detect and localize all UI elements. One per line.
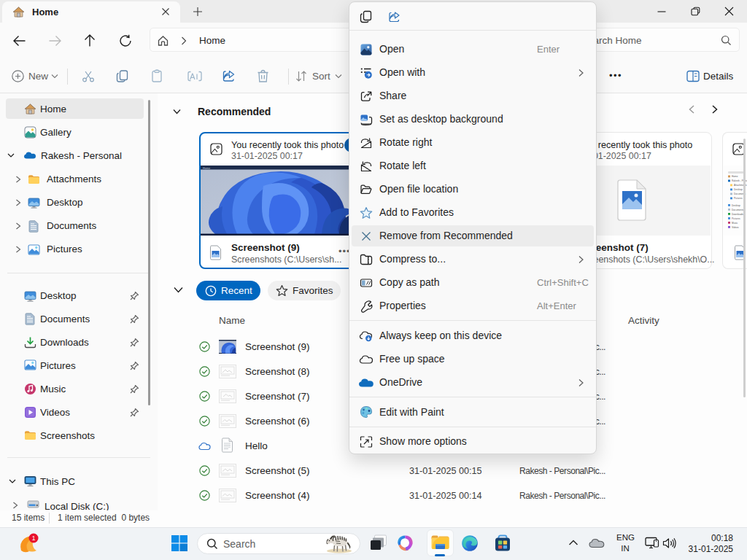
svg-text:Pictures: Pictures [732, 217, 740, 220]
svg-text:Desktop: Desktop [732, 204, 740, 207]
svg-text:Pictures: Pictures [734, 197, 743, 200]
svg-text:Videos: Videos [732, 226, 739, 229]
svg-text:Home: Home [732, 175, 738, 178]
svg-text:Home: Home [203, 167, 210, 170]
svg-text:1: 1 [32, 534, 36, 542]
svg-text:Documents: Documents [732, 209, 744, 211]
svg-text:Music: Music [732, 222, 738, 225]
svg-text:Desktop: Desktop [734, 188, 743, 191]
svg-text:Downloads: Downloads [732, 213, 743, 216]
